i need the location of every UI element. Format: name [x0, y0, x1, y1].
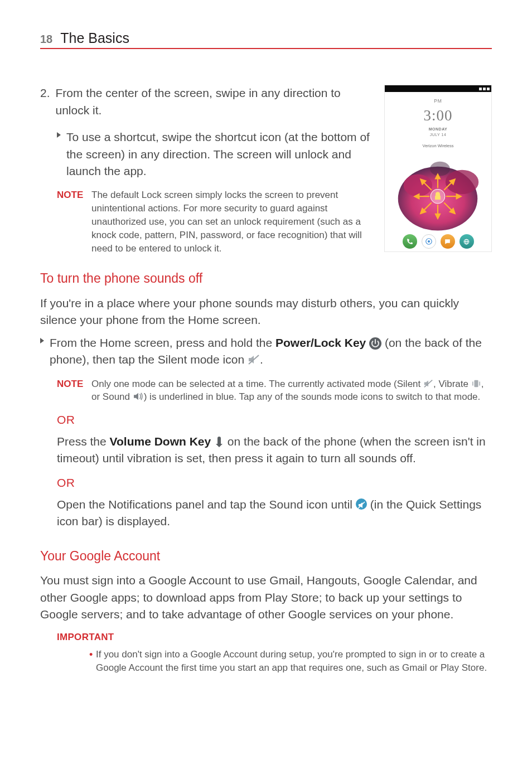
vibrate-mode-icon [471, 379, 481, 388]
sound-mode-icon [133, 391, 144, 400]
google-body: You must sign into a Google Account to u… [40, 572, 492, 623]
power-lock-key-label: Power/Lock Key [275, 336, 366, 349]
dock-messaging-icon [441, 234, 455, 249]
silent-mode-icon [423, 379, 433, 388]
lock-screen-illustration: PM 3:00 MONDAY JULY 14 Verizon Wireless [384, 85, 492, 252]
sounds-bullet-text: From the Home screen, press and hold the… [50, 335, 492, 369]
dock-camera-icon [422, 234, 436, 249]
page-header: 18 The Basics [40, 28, 492, 49]
dock-browser-icon [460, 234, 474, 249]
bullet-triangle-icon [57, 132, 61, 138]
sounds-bullet: From the Home screen, press and hold the… [40, 335, 492, 369]
silent-mode-icon [248, 353, 260, 364]
bullet-triangle-icon [40, 338, 44, 343]
section-title: The Basics [60, 28, 129, 48]
step-number: 2. [40, 85, 50, 119]
sounds-alt1: Press the Volume Down Key on the back of… [40, 433, 492, 467]
lock-clock: PM 3:00 MONDAY JULY 14 [385, 98, 491, 138]
important-body: • If you don't sign into a Google Accoun… [40, 648, 492, 675]
sounds-note-body: Only one mode can be selected at a time.… [91, 377, 492, 404]
power-lock-key-icon [369, 337, 381, 350]
important-label: IMPORTANT [57, 631, 492, 645]
volume-down-key-icon [214, 436, 224, 448]
document-page: 18 The Basics 2. From the center of the … [0, 0, 532, 708]
clock-ampm: PM [385, 98, 491, 104]
ink-swipe-illustration [385, 152, 491, 235]
svg-point-3 [430, 162, 450, 176]
sounds-intro: If you're in a place where your phone so… [40, 295, 492, 329]
bullet-dot-icon: • [89, 650, 93, 660]
svg-point-22 [427, 240, 429, 243]
page-number: 18 [40, 31, 52, 47]
note-label: NOTE [57, 188, 86, 255]
sounds-note: NOTE Only one mode can be selected at a … [40, 377, 492, 404]
note-label: NOTE [57, 377, 86, 404]
svg-rect-28 [474, 380, 478, 386]
step2-note: NOTE The default Lock screen simply lock… [40, 188, 372, 255]
volume-down-key-label: Volume Down Key [110, 435, 211, 448]
status-bar [385, 85, 491, 92]
step2-note-body: The default Lock screen simply locks the… [91, 188, 372, 255]
or-label: OR [57, 411, 492, 428]
shortcut-dock [385, 234, 491, 249]
clock-day: MONDAY [385, 127, 491, 132]
step2-text: From the center of the screen, swipe in … [56, 85, 372, 119]
sounds-off-heading: To turn the phone sounds off [40, 269, 492, 288]
top-columns: 2. From the center of the screen, swipe … [40, 85, 492, 255]
step2-item: 2. From the center of the screen, swipe … [40, 85, 372, 119]
clock-time: 3:00 [385, 105, 491, 127]
google-heading: Your Google Account [40, 547, 492, 565]
step2-sub-text: To use a shortcut, swipe the shortcut ic… [66, 129, 372, 180]
dock-phone-icon [403, 234, 417, 249]
step2-text-column: 2. From the center of the screen, swipe … [40, 85, 372, 255]
step2-sub-bullet: To use a shortcut, swipe the shortcut ic… [40, 129, 372, 180]
or-label: OR [57, 475, 492, 491]
sounds-alt2: Open the Notifications panel and tap the… [40, 496, 492, 530]
quicksettings-silent-icon [356, 498, 367, 510]
clock-date: JULY 14 [385, 132, 491, 138]
svg-point-1 [404, 175, 432, 197]
carrier-text: Verizon Wireless [385, 143, 491, 149]
